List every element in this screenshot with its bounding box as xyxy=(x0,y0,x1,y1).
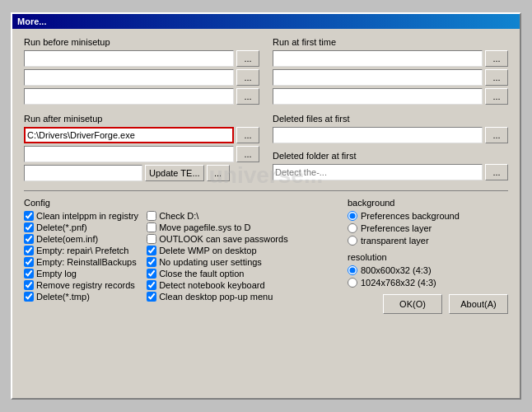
run-before-input-1[interactable] xyxy=(24,50,234,67)
config-col1-item: Empty: repair\ Prefetch xyxy=(24,246,138,255)
background-option-0: Preferences background xyxy=(348,211,508,221)
config-col1-checkbox-5[interactable] xyxy=(24,269,34,279)
run-after-btn-1[interactable]: ... xyxy=(236,127,259,143)
config-col2-label-0: Check D:\ xyxy=(159,211,198,221)
run-after-input-3[interactable] xyxy=(24,165,142,181)
config-col1-checkbox-3[interactable] xyxy=(24,246,34,255)
background-label: background xyxy=(348,198,508,208)
run-first-input-1[interactable] xyxy=(273,50,483,67)
run-first-input-3[interactable] xyxy=(273,88,483,105)
separator xyxy=(24,190,508,191)
config-col2-checkbox-5[interactable] xyxy=(147,269,156,279)
resolution-radio-1[interactable] xyxy=(348,278,357,288)
config-col1-checkbox-4[interactable] xyxy=(24,257,34,267)
config-col1-item: Delete(*.tmp) xyxy=(24,292,138,302)
run-after-row-3: Update TE... ... xyxy=(24,165,259,181)
config-col2-label-2: OUTLOOK can save passwords xyxy=(159,234,288,244)
config-col1-item: Clean intelppm in registry xyxy=(24,211,138,221)
config-col1-checkbox-2[interactable] xyxy=(24,234,34,244)
run-after-row-2: ... xyxy=(24,146,259,162)
run-before-btn-3[interactable]: ... xyxy=(236,88,259,105)
run-first-row-3: ... xyxy=(273,88,508,105)
run-after-row-1: ... xyxy=(24,127,259,143)
run-first-btn-1[interactable]: ... xyxy=(485,50,508,67)
background-radio-0[interactable] xyxy=(348,211,357,221)
run-after-btn-2[interactable]: ... xyxy=(236,146,259,162)
config-col1-label-5: Empty log xyxy=(36,269,77,279)
config-col1-checkbox-1[interactable] xyxy=(24,222,34,232)
background-radio-2[interactable] xyxy=(348,236,357,246)
config-col1-label-2: Delete(oem.inf) xyxy=(36,234,98,244)
config-label: Config xyxy=(24,198,339,208)
ok-row: OK(O) About(A) xyxy=(348,294,508,314)
background-radio-label-2: transparent layer xyxy=(361,236,429,246)
run-first-btn-3[interactable]: ... xyxy=(485,88,508,105)
config-col2-label-7: Clean desktop pop-up menu xyxy=(159,292,273,302)
run-after-input-1[interactable] xyxy=(24,127,234,143)
config-col2-checkbox-1[interactable] xyxy=(147,222,156,232)
run-after-btn-3[interactable]: ... xyxy=(207,165,230,181)
config-col2-checkbox-6[interactable] xyxy=(147,280,156,290)
config-col2-item: Delete WMP on desktop xyxy=(147,246,288,255)
deleted-files-row: ... xyxy=(273,127,508,143)
run-first-row-2: ... xyxy=(273,69,508,86)
config-col2-checkbox-2[interactable] xyxy=(147,234,156,244)
config-col1-label-0: Clean intelppm in registry xyxy=(36,211,138,221)
config-col1-label-3: Empty: repair\ Prefetch xyxy=(36,246,129,255)
run-first-label: Run at first time xyxy=(273,37,508,47)
deleted-files-input[interactable] xyxy=(273,127,483,143)
about-button[interactable]: About(A) xyxy=(449,294,508,314)
background-radio-label-0: Preferences background xyxy=(361,211,460,221)
config-col2-item: Close the fault option xyxy=(147,269,288,279)
run-after-input-2[interactable] xyxy=(24,146,234,162)
config-col1-checkbox-6[interactable] xyxy=(24,280,34,290)
config-col2-checkbox-0[interactable] xyxy=(147,211,156,221)
config-col2: Check D:\Move pagefile.sys to DOUTLOOK c… xyxy=(147,211,288,303)
background-options: Preferences backgroundPreferences layert… xyxy=(348,211,508,246)
config-col2-label-4: No updating user settings xyxy=(159,257,262,267)
config-col2-item: No updating user settings xyxy=(147,257,288,267)
config-col2-checkbox-7[interactable] xyxy=(147,292,156,302)
config-col1-label-7: Delete(*.tmp) xyxy=(36,292,90,302)
config-col1-item: Delete(oem.inf) xyxy=(24,234,138,244)
config-col1: Clean intelppm in registryDelete(*.pnf)D… xyxy=(24,211,138,303)
config-col1-item: Delete(*.pnf) xyxy=(24,222,138,232)
resolution-radio-0[interactable] xyxy=(348,265,357,275)
deleted-files-btn[interactable]: ... xyxy=(485,127,508,143)
run-before-input-2[interactable] xyxy=(24,69,234,86)
deleted-folder-input[interactable] xyxy=(273,164,483,180)
config-col2-item: Check D:\ xyxy=(147,211,288,221)
update-btn[interactable]: Update TE... xyxy=(145,165,204,181)
deleted-folder-label: Deleted folder at first xyxy=(273,151,508,161)
background-option-2: transparent layer xyxy=(348,236,508,246)
background-radio-label-1: Preferences layer xyxy=(361,223,432,233)
run-before-btn-1[interactable]: ... xyxy=(236,50,259,67)
run-before-label: Run before minisetup xyxy=(24,37,259,47)
resolution-label: resolution xyxy=(348,252,508,262)
config-col2-item: Detect notebook keyboard xyxy=(147,280,288,290)
config-col2-label-6: Detect notebook keyboard xyxy=(159,280,264,290)
config-col2-label-5: Close the fault option xyxy=(159,269,244,279)
config-col1-checkbox-0[interactable] xyxy=(24,211,34,221)
config-col1-checkbox-7[interactable] xyxy=(24,292,34,302)
run-first-input-2[interactable] xyxy=(273,69,483,86)
run-first-row-1: ... xyxy=(273,50,508,67)
ok-button[interactable]: OK(O) xyxy=(383,294,442,314)
config-col1-item: Remove registry records xyxy=(24,280,138,290)
background-option-1: Preferences layer xyxy=(348,223,508,233)
background-radio-1[interactable] xyxy=(348,223,357,233)
run-first-btn-2[interactable]: ... xyxy=(485,69,508,86)
config-col2-checkbox-3[interactable] xyxy=(147,246,156,255)
dialog: More... universe... Run before minisetup… xyxy=(11,12,521,400)
config-col1-label-4: Empty: ReinstallBackups xyxy=(36,257,137,267)
config-col2-checkbox-4[interactable] xyxy=(147,257,156,267)
run-before-btn-2[interactable]: ... xyxy=(236,69,259,86)
config-columns: Clean intelppm in registryDelete(*.pnf)D… xyxy=(24,211,339,303)
config-col2-item: Move pagefile.sys to D xyxy=(147,222,288,232)
title-bar: More... xyxy=(12,14,520,29)
run-before-input-3[interactable] xyxy=(24,88,234,105)
deleted-folder-row: ... xyxy=(273,164,508,180)
deleted-folder-btn[interactable]: ... xyxy=(485,164,508,180)
title-text: More... xyxy=(17,16,46,26)
config-col2-item: Clean desktop pop-up menu xyxy=(147,292,288,302)
